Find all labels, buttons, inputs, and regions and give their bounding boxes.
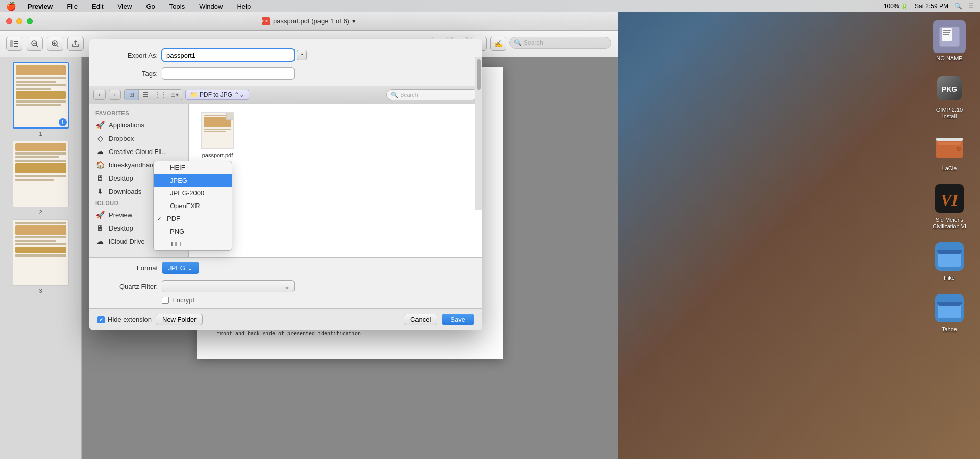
browser-content: Favorites 🚀 Applications ◇ Dropbox ☁ Cre… xyxy=(89,104,482,257)
toolbar-search-placeholder: Search xyxy=(524,39,543,46)
icloud-drive-icon: ☁ xyxy=(95,237,105,246)
format-option-jpeg2000[interactable]: JPEG-2000 xyxy=(154,187,232,199)
menu-edit[interactable]: Edit xyxy=(89,2,106,11)
tags-input[interactable] xyxy=(162,67,295,80)
menu-help[interactable]: Help xyxy=(234,2,254,11)
format-option-pdf-label: PDF xyxy=(167,215,180,222)
new-folder-button[interactable]: New Folder xyxy=(156,314,203,325)
format-option-openexr-label: OpenEXR xyxy=(170,202,200,210)
menu-window[interactable]: Window xyxy=(196,2,226,11)
desktop-icon-tahoe[interactable]: Tahoe xyxy=(929,292,970,333)
expand-button[interactable]: ⌃ xyxy=(297,50,307,60)
format-option-png[interactable]: PNG xyxy=(154,225,232,238)
location-popup[interactable]: 📁 PDF to JPG ⌃⌄ xyxy=(185,90,249,100)
hide-extension-text: Hide extension xyxy=(108,316,152,323)
noname-icon xyxy=(933,20,966,53)
file-browser: ‹ › ⊞ ☰ ⋮⋮ ⊟▾ 📁 PDF to JPG ⌃⌄ 🔍 Search F xyxy=(89,86,482,308)
location-label: PDF to JPG xyxy=(200,91,232,98)
format-option-tiff[interactable]: TIFF xyxy=(154,238,232,250)
thumbnail-page-1[interactable]: 1 1 xyxy=(5,62,76,137)
civ6-icon: VI xyxy=(933,182,966,215)
dialog-bottom: ✓ Hide extension New Folder Cancel Save xyxy=(89,308,482,330)
sidebar-item-dropbox[interactable]: ◇ Dropbox xyxy=(89,132,188,145)
svg-rect-1 xyxy=(14,41,18,42)
chevron-down-icon[interactable]: ▾ xyxy=(352,17,356,25)
applications-icon: 🚀 xyxy=(95,120,105,130)
thumbnail-page-2[interactable]: 2 xyxy=(5,141,76,215)
encrypt-label[interactable]: Encrypt xyxy=(162,296,194,304)
toolbar-search[interactable]: 🔍 Search xyxy=(509,37,611,49)
quartz-filter-select[interactable]: ⌄ xyxy=(162,280,295,292)
svg-rect-13 xyxy=(943,30,951,31)
clock: Sat 2:59 PM xyxy=(915,3,948,10)
format-option-jpeg-label: JPEG xyxy=(170,176,187,184)
format-option-heif[interactable]: HEIF xyxy=(154,161,232,174)
hide-extension-label[interactable]: ✓ Hide extension xyxy=(97,316,152,323)
desktop-icon-civ6[interactable]: VI Sid Meier's Civilization VI xyxy=(929,182,970,230)
icon-view-button[interactable]: ⊞ xyxy=(125,90,139,100)
column-view-button[interactable]: ⋮⋮ xyxy=(153,90,167,100)
menu-go[interactable]: Go xyxy=(143,2,158,11)
desktop-icon-hike[interactable]: Hike xyxy=(929,240,970,282)
sidebar-item-creative-cloud[interactable]: ☁ Creative Cloud Fil... xyxy=(89,145,188,158)
spotlight-icon[interactable]: 🔍 xyxy=(954,3,962,10)
format-dropdown: HEIF JPEG JPEG-2000 OpenEXR xyxy=(153,161,232,251)
forward-button[interactable]: › xyxy=(109,90,121,100)
scrollbar[interactable] xyxy=(475,57,482,210)
desktop-icon-lacie[interactable]: LaCie xyxy=(929,131,970,172)
gimp-label: GIMP 2.10 Install xyxy=(929,107,970,120)
format-option-openexr[interactable]: OpenEXR xyxy=(154,199,232,212)
file-icon-passport xyxy=(201,112,234,149)
gallery-view-button[interactable]: ⊟▾ xyxy=(167,90,182,100)
maximize-button[interactable] xyxy=(27,18,33,24)
hike-icon xyxy=(933,240,966,273)
minimize-button[interactable] xyxy=(16,18,22,24)
svg-rect-21 xyxy=(938,142,961,145)
hide-extension-checkbox[interactable]: ✓ xyxy=(97,316,105,323)
format-option-jpeg[interactable]: JPEG xyxy=(154,174,232,187)
export-as-input[interactable] xyxy=(162,49,295,61)
zoom-out-button[interactable] xyxy=(27,37,43,51)
desktop-icon-noname[interactable]: NO NAME xyxy=(929,20,970,62)
browser-search-icon: 🔍 xyxy=(391,92,398,98)
zoom-in-button[interactable] xyxy=(47,37,63,51)
thumbnail-number-3: 3 xyxy=(39,288,42,294)
desktop-icloud-icon: 🖥 xyxy=(95,223,105,233)
file-item-passport[interactable]: passport.pdf xyxy=(197,112,238,158)
menu-view[interactable]: View xyxy=(115,2,135,11)
notification-icon[interactable]: ☰ xyxy=(968,3,974,10)
desktop-icon-gimp[interactable]: PKG GIMP 2.10 Install xyxy=(929,72,970,120)
thumbnail-img-2 xyxy=(13,141,69,207)
cancel-button[interactable]: Cancel xyxy=(404,314,437,325)
sidebar-item-preview-label: Preview xyxy=(109,211,132,219)
encrypt-checkbox[interactable] xyxy=(162,297,169,304)
format-selector-btn[interactable]: JPEG ⌄ xyxy=(162,262,199,274)
menu-file[interactable]: File xyxy=(64,2,81,11)
dialog-header: Export As: ⌃ Tags: xyxy=(89,39,482,80)
save-button[interactable]: Save xyxy=(442,314,474,325)
drive-icon: 🏠 xyxy=(95,160,105,169)
quartz-filter-label: Quartz Filter: xyxy=(102,283,158,290)
file-label-passport: passport.pdf xyxy=(202,152,233,158)
menu-preview[interactable]: Preview xyxy=(24,2,56,11)
thumbnail-page-3[interactable]: 3 xyxy=(5,219,76,294)
share-button[interactable] xyxy=(67,37,84,51)
apple-menu[interactable]: 🍎 xyxy=(6,2,16,11)
thumbnail-number-2: 2 xyxy=(39,209,42,215)
favorites-label: Favorites xyxy=(89,108,188,118)
menu-tools[interactable]: Tools xyxy=(166,2,188,11)
traffic-lights xyxy=(6,18,33,24)
close-button[interactable] xyxy=(6,18,12,24)
sidebar-item-applications[interactable]: 🚀 Applications xyxy=(89,118,188,132)
lacie-label: LaCie xyxy=(942,165,957,172)
format-option-pdf[interactable]: ✓ PDF xyxy=(154,212,232,225)
back-button[interactable]: ‹ xyxy=(93,90,106,100)
dropbox-icon: ◇ xyxy=(95,134,105,143)
markup-button[interactable]: ✍ xyxy=(490,37,506,51)
list-view-button[interactable]: ☰ xyxy=(139,90,153,100)
format-chevron-icon: ⌄ xyxy=(187,264,193,272)
sidebar-toggle-button[interactable] xyxy=(6,37,22,51)
format-option-heif-label: HEIF xyxy=(170,164,185,171)
browser-search[interactable]: 🔍 Search xyxy=(386,89,478,100)
quartz-row: Quartz Filter: ⌄ xyxy=(89,278,482,294)
